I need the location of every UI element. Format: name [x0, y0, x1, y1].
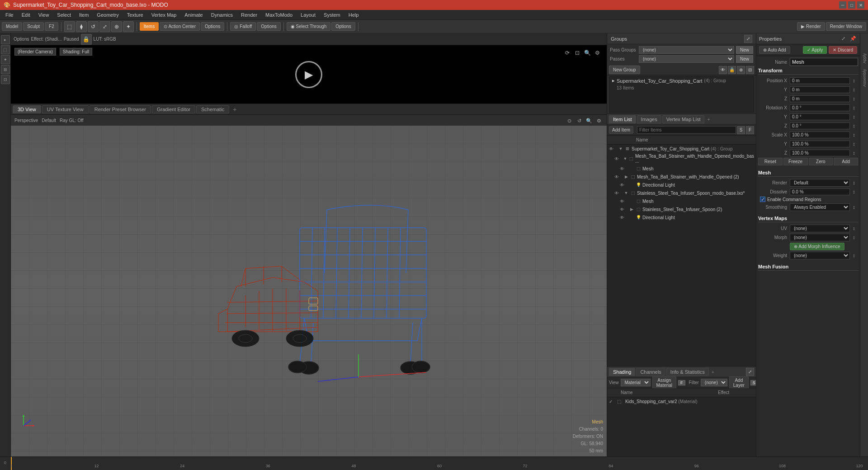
items-button[interactable]: Items: [140, 22, 159, 31]
dissolve-drag-icon[interactable]: ↕: [850, 188, 858, 196]
rotation-z-drag-icon[interactable]: ↕: [850, 122, 858, 130]
tool-icon-4[interactable]: ⤢: [99, 21, 110, 32]
falloff-options-button[interactable]: Options: [257, 22, 280, 31]
group-icon-3[interactable]: ⊕: [737, 66, 745, 74]
position-z-drag-icon[interactable]: ↕: [850, 94, 858, 103]
item-expand-1[interactable]: ▼: [618, 146, 623, 151]
properties-pin-icon[interactable]: 📌: [849, 35, 857, 43]
shading-f-badge[interactable]: F: [678, 380, 685, 385]
left-icon-3[interactable]: ✦: [1, 55, 10, 64]
menu-texture[interactable]: Texture: [123, 11, 147, 19]
apply-tab[interactable]: Apply: [861, 52, 868, 66]
tool-icon-5[interactable]: ⊕: [111, 21, 122, 32]
item-eye-icon-6[interactable]: 👁: [614, 191, 623, 196]
item-expand-6[interactable]: ▼: [623, 190, 629, 196]
pass-new-button[interactable]: New: [736, 46, 753, 54]
enable-command-regions-checkbox[interactable]: ✓: [760, 197, 765, 202]
render-drag-icon[interactable]: ↕: [850, 179, 858, 187]
passes-new-button[interactable]: New: [736, 55, 753, 63]
list-item[interactable]: 👁 💡 Directional Light: [607, 181, 756, 189]
il-f-badge[interactable]: F: [746, 126, 754, 134]
position-x-drag-icon[interactable]: ↕: [850, 76, 858, 85]
item-eye-icon-8[interactable]: 👁: [620, 207, 628, 212]
tool-icon-1[interactable]: ⬚: [64, 21, 75, 32]
f2-button[interactable]: F2: [45, 22, 58, 31]
shading-filter-select[interactable]: (none): [701, 379, 727, 386]
item-expand-2[interactable]: ▼: [623, 156, 627, 161]
weight-select[interactable]: (none): [790, 252, 850, 259]
apply-button[interactable]: ✓ Apply: [803, 46, 827, 54]
group-icon-2[interactable]: 🔒: [728, 66, 736, 74]
item-eye-icon-4[interactable]: 👁: [614, 174, 623, 179]
list-item[interactable]: 👁 💡 Directional Light: [607, 213, 756, 221]
shading-expand-btn[interactable]: ⤢: [746, 368, 754, 376]
tab-channels[interactable]: Channels: [636, 368, 665, 376]
tab-images[interactable]: Images: [637, 115, 661, 123]
properties-expand-icon[interactable]: ⤢: [839, 35, 847, 43]
item-eye-icon-7[interactable]: 👁: [620, 199, 628, 204]
menu-animate[interactable]: Animate: [181, 11, 206, 19]
render-select[interactable]: Default: [790, 179, 850, 187]
tab-gradient-editor[interactable]: Gradient Editor: [152, 105, 195, 113]
tab-shading[interactable]: Shading: [609, 368, 635, 376]
maximize-button[interactable]: □: [848, 1, 855, 9]
list-item[interactable]: 👁 ⬚ Mesh: [607, 164, 756, 173]
left-icon-2[interactable]: ⬚: [1, 45, 10, 54]
menu-select[interactable]: Select: [53, 11, 75, 19]
vp-rotate-icon[interactable]: ↺: [575, 117, 583, 125]
assign-material-button[interactable]: Assign Material: [652, 376, 677, 389]
tab-vertex-map-list[interactable]: Vertex Map List: [662, 115, 705, 123]
vp-settings-icon[interactable]: ⚙: [595, 117, 603, 125]
menu-view[interactable]: View: [35, 11, 53, 19]
select-through-options-button[interactable]: Options: [331, 22, 355, 31]
add-layer-button[interactable]: Add Layer: [729, 376, 749, 389]
groups-expand-btn[interactable]: ⤢: [744, 35, 752, 43]
new-group-button[interactable]: New Group: [609, 66, 640, 74]
list-item[interactable]: 👁 ▼ ⊞ Supermarket_Toy_Car_Shopping_Cart …: [607, 145, 756, 153]
falloff-button[interactable]: ◎ Falloff: [230, 22, 256, 31]
tab-uv-texture[interactable]: UV Texture View: [42, 105, 89, 113]
menu-render[interactable]: Render: [237, 11, 261, 19]
shading-s-badge[interactable]: S: [750, 380, 756, 385]
dissolve-input[interactable]: [790, 188, 850, 195]
left-icon-5[interactable]: ⊡: [1, 75, 10, 84]
list-item[interactable]: 👁 ▶ ⬚ Mesh_Tea_Ball_Strainer_with_Handle…: [607, 173, 756, 181]
zoom-icon[interactable]: 🔍: [583, 49, 591, 57]
render-window-button[interactable]: Render Window: [826, 22, 866, 31]
position-x-input[interactable]: [790, 77, 850, 84]
zoom-rotate-icon[interactable]: ⟳: [563, 49, 571, 57]
assembly-tab[interactable]: Assembly: [861, 67, 868, 89]
tab-3d-view[interactable]: 3D View: [13, 105, 41, 113]
shading-list-item[interactable]: ✓ ⬚ Kids_Shopping_cart_var2 (Material): [607, 397, 756, 405]
add-item-button[interactable]: Add Item: [609, 126, 633, 134]
weight-drag-icon[interactable]: ↕: [850, 251, 858, 259]
uv-select[interactable]: (none): [790, 225, 850, 232]
rotation-y-drag-icon[interactable]: ↕: [850, 113, 858, 121]
options-button-1[interactable]: Options: [201, 22, 224, 31]
uv-drag-icon[interactable]: ↕: [850, 224, 858, 232]
tab-render-preset[interactable]: Render Preset Browser: [90, 105, 151, 113]
model-button[interactable]: Model: [2, 22, 22, 31]
smoothing-select[interactable]: Always Enabled: [790, 203, 850, 211]
tool-icon-2[interactable]: ⧫: [76, 21, 87, 32]
zoom-fit-icon[interactable]: ⊡: [573, 49, 581, 57]
discard-button[interactable]: ✕ Discard: [829, 46, 857, 54]
zero-button[interactable]: Zero: [809, 158, 833, 165]
scale-y-drag-icon[interactable]: ↕: [850, 140, 858, 148]
play-button[interactable]: ▶: [295, 61, 322, 88]
tool-icon-3[interactable]: ↺: [88, 21, 99, 32]
item-expand-4[interactable]: ▶: [623, 174, 629, 179]
menu-geometry[interactable]: Geometry: [93, 11, 122, 19]
item-eye-icon-9[interactable]: 👁: [620, 215, 628, 220]
menu-help[interactable]: Help: [345, 11, 363, 19]
list-item[interactable]: 👁 ⬚ Mesh: [607, 197, 756, 205]
item-eye-icon-2[interactable]: 👁: [614, 156, 622, 161]
menu-dynamics[interactable]: Dynamics: [208, 11, 236, 19]
passes-select[interactable]: (none): [639, 55, 734, 63]
add-view-tab-button[interactable]: +: [230, 105, 239, 114]
morph-select[interactable]: (none): [790, 234, 850, 241]
tab-item-list[interactable]: Item List: [609, 115, 636, 123]
minimize-button[interactable]: ─: [839, 1, 846, 9]
menu-item[interactable]: Item: [75, 11, 92, 19]
name-input[interactable]: [790, 58, 858, 66]
